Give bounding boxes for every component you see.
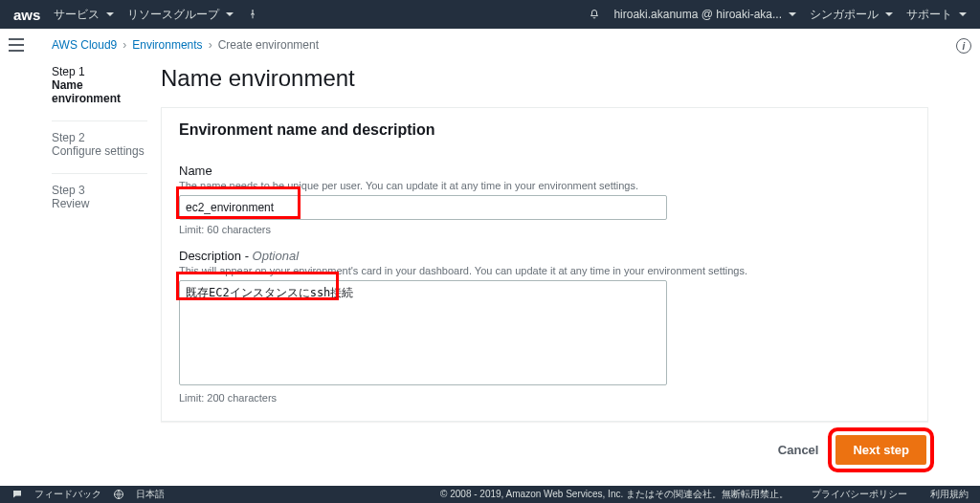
name-description-panel: Environment name and description Name Th… [161,107,928,422]
description-label: Description - Optional [179,249,910,263]
page-title: Name environment [161,65,928,92]
name-hint: The name needs to be unique per user. Yo… [179,180,910,191]
info-icon[interactable]: i [956,38,971,54]
footer-terms[interactable]: 利用規約 [930,488,969,501]
description-hint: This will appear on your environment's c… [179,265,910,276]
footer-feedback[interactable]: フィードバック [34,488,101,501]
chevron-right-icon: › [209,38,212,52]
wizard-steps: Step 1 Name environment Step 2 Configure… [42,65,147,465]
panel-header: Environment name and description [162,108,927,146]
cancel-button[interactable]: Cancel [778,443,819,457]
step-1: Step 1 Name environment [52,65,147,105]
pin-icon [247,9,258,20]
name-limit: Limit: 60 characters [179,224,910,235]
globe-icon [113,489,124,500]
description-input[interactable] [179,280,667,385]
footer-copyright: © 2008 - 2019, Amazon Web Services, Inc.… [440,488,789,501]
next-step-button[interactable]: Next step [835,435,926,465]
aws-logo-text: aws [13,7,40,23]
nav-resource-groups[interactable]: リソースグループ [127,7,234,23]
name-label: Name [179,164,910,178]
breadcrumb-current: Create environment [218,38,319,52]
breadcrumb: AWS Cloud9 › Environments › Create envir… [52,38,928,52]
footer-bar: フィードバック 日本語 © 2008 - 2019, Amazon Web Se… [0,486,980,503]
breadcrumb-root[interactable]: AWS Cloud9 [52,38,117,52]
bell-icon [589,9,600,20]
description-limit: Limit: 200 characters [179,392,910,404]
speech-bubble-icon [11,489,23,500]
nav-notifications[interactable] [589,9,600,20]
top-nav: aws サービス リソースグループ hiroaki.akanuma @ hiro… [0,0,980,29]
step-2: Step 2 Configure settings [52,131,147,158]
side-nav-toggle[interactable] [9,38,24,52]
breadcrumb-environments[interactable]: Environments [132,38,202,52]
chevron-right-icon: › [122,38,126,52]
nav-support[interactable]: サポート [906,7,967,23]
footer-privacy[interactable]: プライバシーポリシー [812,488,907,501]
nav-account[interactable]: hiroaki.akanuma @ hiroaki-aka... [613,8,796,21]
nav-region[interactable]: シンガポール [810,7,893,23]
name-input[interactable] [179,195,667,220]
step-3: Step 3 Review [52,184,147,210]
footer-language[interactable]: 日本語 [136,488,165,501]
nav-pin[interactable] [247,9,258,20]
aws-logo[interactable]: aws [13,7,40,23]
nav-services[interactable]: サービス [54,7,114,23]
